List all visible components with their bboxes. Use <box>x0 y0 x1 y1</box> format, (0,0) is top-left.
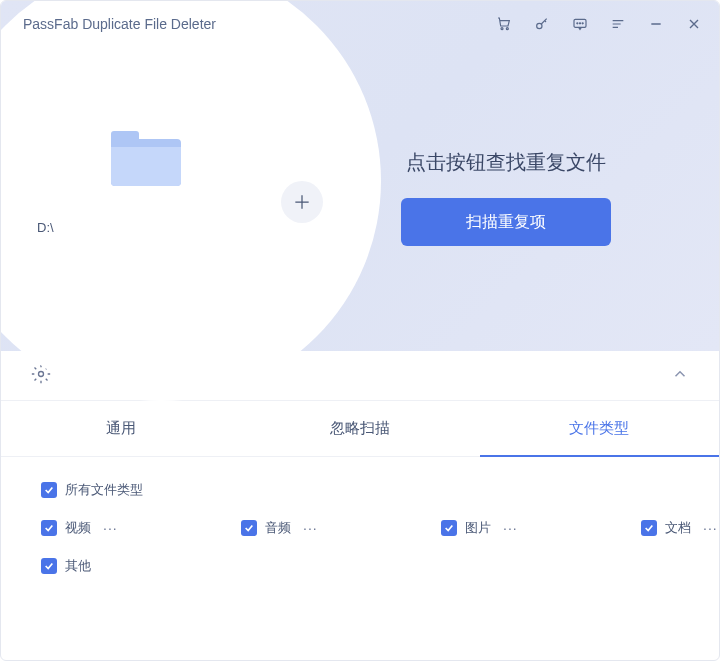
checkbox-audio[interactable]: 音频 ··· <box>241 519 341 537</box>
checkbox-icon <box>41 482 57 498</box>
checkbox-icon <box>41 520 57 536</box>
checkbox-video[interactable]: 视频 ··· <box>41 519 141 537</box>
checkbox-label: 所有文件类型 <box>65 481 143 499</box>
more-dots-icon[interactable]: ··· <box>503 520 518 536</box>
chat-icon[interactable] <box>571 15 589 33</box>
menu-icon[interactable] <box>609 15 627 33</box>
folder-icon <box>111 131 181 186</box>
svg-point-4 <box>577 23 578 24</box>
file-type-options: 所有文件类型 视频 ··· 音频 ··· 图片 ··· 文档 ··· <box>1 457 719 619</box>
more-dots-icon[interactable]: ··· <box>303 520 318 536</box>
checkbox-image[interactable]: 图片 ··· <box>441 519 541 537</box>
scan-button[interactable]: 扫描重复项 <box>401 198 611 246</box>
minimize-icon[interactable] <box>647 15 665 33</box>
svg-point-5 <box>579 23 580 24</box>
svg-point-0 <box>501 28 503 30</box>
svg-point-1 <box>506 28 508 30</box>
checkbox-icon <box>441 520 457 536</box>
svg-point-7 <box>39 371 44 376</box>
checkbox-icon <box>641 520 657 536</box>
titlebar-controls <box>495 15 703 33</box>
tab-ignore-scan[interactable]: 忽略扫描 <box>240 401 479 457</box>
app-title: PassFab Duplicate File Deleter <box>23 16 216 32</box>
upper-panel: PassFab Duplicate File Deleter <box>1 1 719 351</box>
checkbox-label: 文档 <box>665 519 691 537</box>
checkbox-label: 图片 <box>465 519 491 537</box>
close-icon[interactable] <box>685 15 703 33</box>
titlebar: PassFab Duplicate File Deleter <box>1 1 719 47</box>
cta-area: 点击按钮查找重复文件 扫描重复项 <box>401 149 611 246</box>
add-folder-button[interactable] <box>281 181 323 223</box>
settings-tabs: 通用 忽略扫描 文件类型 <box>1 401 719 457</box>
tab-general[interactable]: 通用 <box>1 401 240 457</box>
svg-point-2 <box>537 23 542 28</box>
cart-icon[interactable] <box>495 15 513 33</box>
chevron-up-icon[interactable] <box>671 365 689 387</box>
checkbox-icon <box>41 558 57 574</box>
svg-point-6 <box>582 23 583 24</box>
cta-heading: 点击按钮查找重复文件 <box>401 149 611 176</box>
folder-path: D:\ <box>37 220 181 235</box>
checkbox-other[interactable]: 其他 <box>41 557 141 575</box>
selected-folder[interactable]: D:\ <box>111 131 181 235</box>
key-icon[interactable] <box>533 15 551 33</box>
checkbox-all-file-types[interactable]: 所有文件类型 <box>41 481 143 499</box>
checkbox-label: 音频 <box>265 519 291 537</box>
tab-file-type[interactable]: 文件类型 <box>480 401 719 457</box>
more-dots-icon[interactable]: ··· <box>703 520 718 536</box>
checkbox-icon <box>241 520 257 536</box>
decorative-curve <box>0 0 381 401</box>
checkbox-document[interactable]: 文档 ··· <box>641 519 720 537</box>
checkbox-label: 视频 <box>65 519 91 537</box>
checkbox-label: 其他 <box>65 557 91 575</box>
more-dots-icon[interactable]: ··· <box>103 520 118 536</box>
